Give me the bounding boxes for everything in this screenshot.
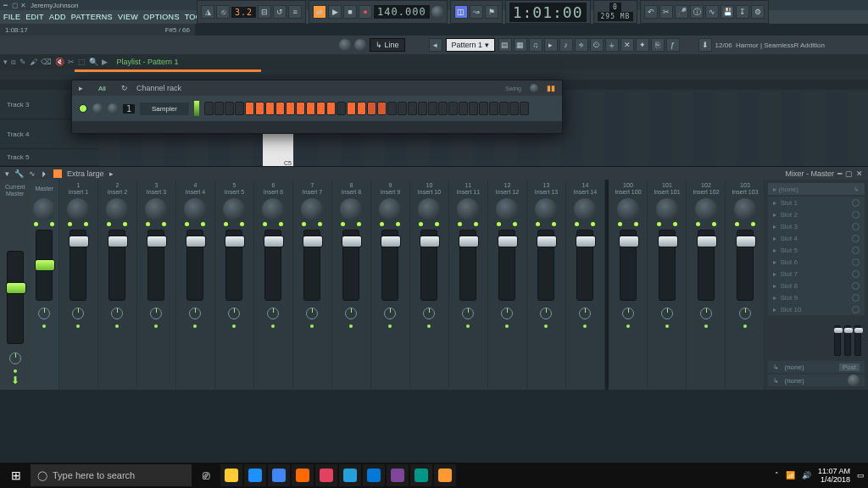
step-cell[interactable]	[489, 102, 498, 115]
slot-enable-icon[interactable]	[852, 211, 860, 219]
mx-master-fader[interactable]	[36, 230, 53, 301]
route-dot[interactable]	[626, 324, 630, 328]
fx-slot[interactable]: ▸Slot 3	[768, 220, 865, 232]
slot-arrow-icon[interactable]: ▸	[773, 247, 776, 254]
fx-slot[interactable]: ▸Slot 1	[768, 197, 865, 208]
windows-taskbar[interactable]: ⊞ ◯ Type here to search ⎚ ˄ 📶 🔊 11:07 AM…	[0, 463, 868, 488]
song-mode-icon[interactable]: ↝	[470, 5, 483, 19]
mixer-max-icon[interactable]: ▢	[845, 169, 853, 178]
mx-current-fader[interactable]	[7, 251, 24, 344]
play-icon[interactable]: ▶	[328, 5, 342, 19]
taskbar-app[interactable]	[315, 464, 337, 486]
tempo-knob[interactable]	[431, 6, 443, 18]
magnet-icon[interactable]: ⧈	[11, 58, 16, 67]
slot-arrow-icon[interactable]: ▸	[773, 270, 776, 278]
step-cell[interactable]	[438, 102, 448, 115]
step-cell[interactable]	[296, 102, 305, 115]
mx-fader[interactable]	[420, 230, 437, 301]
pan-ring[interactable]	[228, 308, 240, 319]
slot-arrow-icon[interactable]: ▸	[773, 223, 776, 230]
menu-options[interactable]: OPTIONS	[143, 13, 180, 21]
step-cell[interactable]	[499, 102, 509, 115]
mx-fader[interactable]	[225, 230, 242, 301]
step-cell[interactable]	[520, 102, 529, 115]
taskbar-app[interactable]	[268, 464, 290, 486]
step-cell[interactable]	[245, 102, 254, 115]
info-icon[interactable]: ⓘ	[690, 5, 704, 19]
eq-hi[interactable]	[854, 325, 861, 356]
mx-fader[interactable]	[147, 230, 164, 301]
mx-knob[interactable]	[106, 198, 128, 220]
render-icon[interactable]: ↧	[736, 5, 749, 19]
save-icon[interactable]: 💾	[721, 5, 734, 19]
channel-rack-titlebar[interactable]: ▸ All ↻ Channel rack Swing ▮▮	[72, 80, 562, 96]
channel-rack[interactable]: ▸ All ↻ Channel rack Swing ▮▮ 1 Sampler	[71, 80, 563, 134]
start-button[interactable]: ⊞	[3, 463, 29, 488]
pianoroll-icon[interactable]: ♫	[529, 38, 542, 52]
taskbar-clock[interactable]: 11:07 AM 1/4/2018	[818, 467, 850, 484]
route-dot[interactable]	[505, 324, 509, 328]
mx-knob[interactable]	[418, 198, 440, 220]
minimize-icon[interactable]: ━	[3, 2, 10, 8]
mixer-master-col[interactable]: Master	[30, 180, 59, 390]
mx-knob[interactable]	[574, 198, 596, 220]
menu-items[interactable]: FILEEDITADDPATTERNSVIEWOPTIONSTOOLS?	[3, 10, 221, 24]
mx-fader[interactable]	[342, 230, 359, 301]
time-panel[interactable]: 1:01:00	[505, 0, 591, 24]
zoom-icon[interactable]: 🔍	[89, 58, 98, 66]
mx-master-knob[interactable]	[33, 198, 55, 220]
mx-knob[interactable]	[496, 198, 518, 220]
record-icon[interactable]: ●	[359, 5, 372, 19]
menu-patterns[interactable]: PATTERNS	[71, 13, 113, 21]
taskbar-app[interactable]	[434, 464, 456, 486]
taskbar-tray[interactable]: ˄ 📶 🔊 11:07 AM 1/4/2018 ▭	[775, 467, 865, 484]
step-cell[interactable]	[204, 102, 214, 115]
main-pitch-knob[interactable]	[354, 39, 366, 51]
route-dot[interactable]	[743, 324, 747, 328]
stop-icon[interactable]: ■	[343, 5, 357, 19]
window-shortcut-icons[interactable]: ▤ ▦ ♫ ▸ ♪ ⎆ ⏲ ⏚ ✕ ✦ ⎘ ƒ	[498, 38, 680, 52]
marker-icon[interactable]: ⚑	[485, 5, 498, 19]
mx-knob[interactable]	[184, 198, 206, 220]
chr-swing-knob[interactable]	[530, 84, 538, 92]
tool-icon[interactable]: ✦	[636, 38, 649, 52]
channelrack-icon[interactable]: ▦	[514, 38, 527, 52]
pan-ring[interactable]	[700, 308, 712, 319]
select-icon[interactable]: ⬚	[78, 58, 86, 66]
step-cell[interactable]	[398, 102, 407, 115]
metronome-icon[interactable]: ◮	[201, 5, 214, 19]
taskview-icon[interactable]: ⎚	[193, 463, 219, 488]
step-cell[interactable]	[408, 102, 417, 115]
step-cell[interactable]	[479, 102, 488, 115]
mx-knob[interactable]	[145, 198, 167, 220]
step-cell[interactable]	[448, 102, 458, 115]
mx-size-label[interactable]: Extra large	[67, 169, 104, 178]
restore-icon[interactable]: ▢	[12, 2, 19, 8]
step-cell[interactable]	[316, 102, 326, 115]
mixer-insert-8[interactable]: 8Insert 8	[332, 180, 371, 390]
mx-menu-icon[interactable]: ▾	[5, 169, 9, 178]
arrow-down-icon[interactable]: ⬇	[11, 374, 19, 386]
mute-icon[interactable]: 🔇	[55, 58, 64, 66]
metronome-panel[interactable]: ◮ ⎋ 3.2 ⊟ ↺ ≡	[197, 0, 306, 24]
fx-slot[interactable]: ▸Slot 5	[768, 244, 865, 256]
fx-slot[interactable]: ▸Slot 9	[768, 291, 865, 303]
taskbar-app[interactable]	[410, 464, 432, 486]
send-knob[interactable]	[848, 374, 860, 386]
fx-slot[interactable]: ▸Slot 8	[768, 280, 865, 291]
route-dot[interactable]	[466, 324, 470, 328]
mixer-insert-9[interactable]: 9Insert 9	[371, 180, 410, 390]
step-cell[interactable]	[337, 102, 346, 115]
pattern-mode-icon[interactable]: ◫	[454, 5, 468, 19]
step-cell[interactable]	[214, 102, 224, 115]
route-dot[interactable]	[583, 324, 587, 328]
menu-edit[interactable]: EDIT	[25, 13, 44, 21]
script-icon[interactable]: ƒ	[666, 38, 680, 52]
mx-fader[interactable]	[108, 230, 125, 301]
route-dot[interactable]	[76, 324, 80, 328]
mx-knob[interactable]	[301, 198, 323, 220]
mx-rec-icon[interactable]	[53, 169, 62, 178]
eq-low[interactable]	[834, 325, 841, 356]
chr-filter[interactable]: All	[92, 84, 113, 93]
slot-enable-icon[interactable]	[852, 270, 860, 278]
